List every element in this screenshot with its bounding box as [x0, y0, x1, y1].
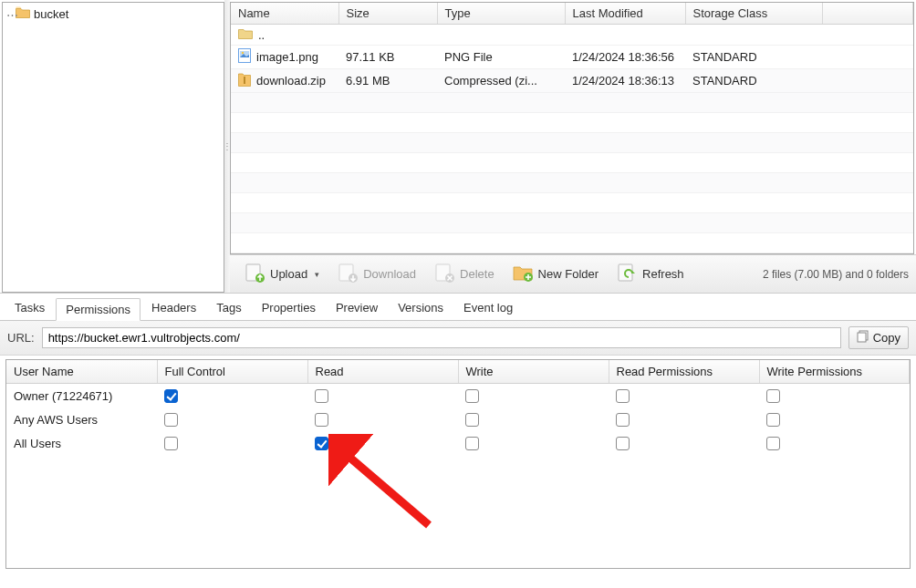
- col-type[interactable]: Type: [437, 3, 565, 25]
- file-table[interactable]: Name Size Type Last Modified Storage Cla…: [231, 3, 913, 254]
- upload-icon: [245, 263, 265, 285]
- file-storage: STANDARD: [685, 46, 822, 69]
- folder-icon: [16, 6, 30, 21]
- url-input[interactable]: [42, 327, 841, 348]
- svg-point-2: [242, 52, 244, 54]
- file-modified: 1/24/2024 18:36:56: [565, 46, 685, 69]
- tab-tasks[interactable]: Tasks: [5, 297, 54, 320]
- perm-row[interactable]: All Users: [6, 431, 910, 455]
- col-spacer: [822, 3, 913, 25]
- delete-icon: [434, 263, 454, 285]
- perm-user: Owner (71224671): [6, 384, 157, 408]
- file-modified: 1/24/2024 18:36:13: [565, 69, 685, 93]
- file-type: Compressed (zi...: [437, 69, 565, 93]
- parent-folder-row[interactable]: ..: [238, 27, 906, 42]
- checkbox-full[interactable]: [164, 437, 178, 450]
- url-row: URL: Copy: [0, 321, 916, 356]
- folder-up-icon: [238, 27, 253, 42]
- col-modified[interactable]: Last Modified: [565, 3, 685, 25]
- checkbox-read[interactable]: [315, 389, 328, 403]
- perm-col-write[interactable]: Write: [458, 360, 609, 384]
- file-type: PNG File: [437, 46, 565, 69]
- copy-button[interactable]: Copy: [848, 326, 909, 349]
- perm-col-writep[interactable]: Write Permissions: [759, 360, 910, 384]
- checkbox-writep[interactable]: [766, 437, 780, 450]
- refresh-icon: [617, 263, 637, 285]
- checkbox-writep[interactable]: [766, 413, 780, 427]
- tree-item-label: bucket: [34, 7, 68, 21]
- perm-row[interactable]: Any AWS Users: [6, 407, 910, 431]
- tab-tags[interactable]: Tags: [207, 297, 250, 320]
- file-name: download.zip: [256, 74, 326, 88]
- file-toolbar: Upload▾ Download Delete New Folder Refre…: [230, 254, 916, 293]
- perm-col-full[interactable]: Full Control: [157, 360, 307, 384]
- tab-eventlog[interactable]: Event log: [454, 297, 522, 320]
- file-name: image1.png: [256, 50, 318, 64]
- perm-col-read[interactable]: Read: [307, 360, 458, 384]
- download-icon: [338, 263, 358, 285]
- table-row[interactable]: download.zip6.91 MBCompressed (zi...1/24…: [231, 69, 913, 93]
- tab-permissions[interactable]: Permissions: [56, 298, 141, 321]
- tab-bar: Tasks Permissions Headers Tags Propertie…: [0, 294, 916, 321]
- table-row[interactable]: image1.png97.11 KBPNG File1/24/2024 18:3…: [231, 46, 913, 69]
- upload-button[interactable]: Upload▾: [237, 260, 327, 288]
- file-storage: STANDARD: [685, 69, 822, 93]
- checkbox-readp[interactable]: [616, 413, 630, 427]
- checkbox-readp[interactable]: [616, 389, 630, 403]
- folder-plus-icon: [513, 263, 533, 284]
- tab-versions[interactable]: Versions: [389, 297, 453, 320]
- zip-file-icon: [238, 72, 251, 89]
- chevron-down-icon: ▾: [315, 270, 319, 279]
- checkbox-read[interactable]: [315, 437, 328, 450]
- perm-user: Any AWS Users: [6, 407, 157, 431]
- perm-col-readp[interactable]: Read Permissions: [609, 360, 759, 384]
- tab-headers[interactable]: Headers: [142, 297, 205, 320]
- perm-col-user[interactable]: User Name: [6, 360, 157, 384]
- file-size: 6.91 MB: [338, 69, 437, 93]
- delete-button[interactable]: Delete: [427, 260, 502, 288]
- col-storage[interactable]: Storage Class: [685, 3, 822, 25]
- perm-row[interactable]: Owner (71224671): [6, 384, 910, 408]
- checkbox-write[interactable]: [465, 413, 479, 427]
- refresh-button[interactable]: Refresh: [609, 260, 692, 288]
- checkbox-write[interactable]: [465, 389, 479, 403]
- download-button[interactable]: Download: [330, 260, 423, 288]
- new-folder-button[interactable]: New Folder: [505, 261, 606, 287]
- file-size: 97.11 KB: [338, 46, 437, 69]
- permissions-table[interactable]: User Name Full Control Read Write Read P…: [6, 360, 910, 455]
- checkbox-read[interactable]: [315, 413, 328, 427]
- tab-preview[interactable]: Preview: [327, 297, 387, 320]
- tree-dots-icon: ⋯: [6, 8, 17, 22]
- perm-user: All Users: [6, 431, 157, 455]
- checkbox-full[interactable]: [164, 389, 178, 403]
- svg-rect-3: [244, 77, 245, 84]
- svg-rect-13: [858, 333, 866, 342]
- col-size[interactable]: Size: [338, 3, 437, 25]
- checkbox-full[interactable]: [164, 413, 178, 427]
- copy-icon: [857, 330, 869, 346]
- checkbox-readp[interactable]: [616, 437, 630, 450]
- url-label: URL:: [7, 331, 35, 345]
- checkbox-writep[interactable]: [766, 389, 780, 403]
- image-file-icon: [238, 48, 251, 66]
- tree-item-bucket[interactable]: bucket: [16, 6, 220, 21]
- checkbox-write[interactable]: [465, 437, 479, 450]
- tab-properties[interactable]: Properties: [253, 297, 325, 320]
- status-text: 2 files (7.00 MB) and 0 folders: [763, 268, 909, 281]
- bucket-tree[interactable]: ⋯ bucket: [2, 2, 224, 293]
- col-name[interactable]: Name: [231, 3, 338, 25]
